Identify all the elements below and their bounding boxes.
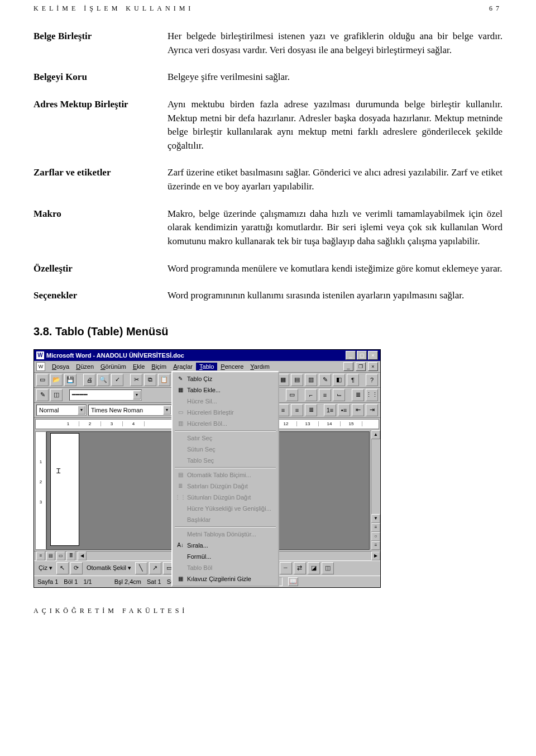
menu-item: ▤Otomatik Tablo Biçimi... (174, 469, 277, 481)
menu-item[interactable]: ▦Kılavuz Çizgilerini Gizle (174, 573, 277, 584)
menu-dosya[interactable]: Dosya (49, 363, 73, 370)
menu-item[interactable]: ✎Tablo Çiz (174, 373, 277, 384)
print-preview-icon[interactable]: 🔍 (97, 374, 109, 386)
minimize-button[interactable]: _ (346, 351, 356, 360)
menu-tablo[interactable]: Tablo (196, 363, 217, 370)
eraser-icon[interactable]: ◫ (50, 389, 63, 401)
distribute-rows-icon[interactable]: ≣ (352, 389, 364, 401)
align-right-icon[interactable]: ≡ (291, 404, 303, 416)
scroll-right-icon[interactable]: ▶ (371, 551, 380, 560)
outline-view-icon[interactable]: ≣ (66, 551, 75, 560)
align-justify-icon[interactable]: ≣ (305, 404, 317, 416)
menu-düzen[interactable]: Düzen (73, 363, 97, 370)
mdi-doc-icon[interactable]: W (36, 362, 45, 371)
menu-item-icon: ▦ (176, 574, 185, 583)
menu-item-label: Sütunları Düzgün Dağıt (187, 494, 251, 501)
columns-icon[interactable]: ▥ (305, 374, 317, 386)
menu-item: Hücre Sil... (174, 396, 277, 407)
shadow-icon[interactable]: ◪ (308, 562, 320, 574)
menu-item: Hücre Yüksekliği ve Genişliği... (174, 503, 277, 514)
menu-biçim[interactable]: Biçim (148, 363, 170, 370)
definition-desc: Aynı mektubu birden fazla adrese yazılma… (168, 98, 502, 153)
help-icon[interactable]: ? (366, 374, 378, 386)
menu-araçlar[interactable]: Araçlar (170, 363, 196, 370)
rotate-icon[interactable]: ⟳ (70, 562, 83, 574)
browse-object-icon[interactable]: ○ (371, 532, 380, 541)
distribute-cols-icon[interactable]: ⋮⋮ (366, 389, 378, 401)
doc-map-icon[interactable]: ◧ (333, 374, 345, 386)
merge-cells-icon[interactable]: ▭ (286, 389, 298, 401)
save-icon[interactable]: 💾 (64, 374, 76, 386)
ruler-tick: 3 (101, 421, 123, 426)
definition-term: Seçenekler (34, 289, 151, 303)
spellcheck-icon[interactable]: ✓ (111, 374, 123, 386)
dash-style-icon[interactable]: ┈ (280, 562, 292, 574)
draw-table-icon[interactable]: ✎ (36, 389, 49, 401)
status-section: Böl 1 (64, 578, 78, 585)
drawing-toggle-icon[interactable]: ✎ (319, 374, 331, 386)
vertical-ruler[interactable]: 123 (35, 431, 46, 550)
menu-item[interactable]: ▦Tablo Ekle... (174, 384, 277, 396)
menu-pencere[interactable]: Pencere (217, 363, 247, 370)
mdi-minimize-button[interactable]: _ (343, 362, 353, 371)
status-book-icon[interactable]: 📖 (288, 577, 298, 586)
running-head-text: KELİME İŞLEM KULLANIMI (34, 4, 194, 13)
prev-page-icon[interactable]: ≡ (371, 523, 380, 532)
mdi-close-button[interactable]: × (368, 362, 378, 371)
print-icon[interactable]: 🖨 (83, 374, 95, 386)
menu-item-label: Formül... (187, 553, 211, 560)
menu-separator (175, 526, 276, 527)
menu-görünüm[interactable]: Görünüm (97, 363, 130, 370)
menu-item-label: Başlıklar (187, 516, 210, 523)
new-doc-icon[interactable]: ▭ (36, 374, 49, 386)
arrow-tool-icon[interactable]: ↗ (149, 562, 161, 574)
numbered-list-icon[interactable]: 1≡ (324, 404, 336, 416)
maximize-button[interactable]: ▢ (357, 351, 367, 360)
page-number: 67 (489, 4, 502, 13)
mdi-restore-button[interactable]: ❐ (356, 362, 366, 371)
menu-item-icon: A↓ (176, 541, 185, 550)
line-style-combo[interactable]: ━━━━ (69, 389, 142, 401)
excel-icon[interactable]: ▤ (291, 374, 303, 386)
align-bottom-icon[interactable]: ⌙ (333, 389, 345, 401)
menu-item[interactable]: A↓Sırala... (174, 540, 277, 551)
menu-item: ▭Hücreleri Birleştir (174, 407, 277, 418)
menu-item-label: Sütun Seç (187, 446, 216, 453)
arrow-style-icon[interactable]: ⇄ (294, 562, 306, 574)
cut-icon[interactable]: ✂ (130, 374, 142, 386)
next-page-icon[interactable]: ≡ (371, 541, 380, 550)
scroll-left-icon[interactable]: ◀ (78, 551, 87, 560)
definition-row: MakroMakro, belge üzerinde çalışmamızı d… (34, 207, 502, 249)
close-button[interactable]: × (368, 351, 378, 360)
align-middle-icon[interactable]: ≡ (319, 389, 331, 401)
decrease-indent-icon[interactable]: ⇤ (352, 404, 364, 416)
style-combo[interactable]: Normal (36, 405, 87, 416)
page-surface[interactable]: Ꮖ (50, 433, 79, 546)
increase-indent-icon[interactable]: ⇥ (366, 404, 378, 416)
font-combo[interactable]: Times New Roman (88, 405, 172, 416)
weblayout-view-icon[interactable]: ▤ (46, 551, 55, 560)
word-window: W Microsoft Word - ANADOLU ÜNİVERSİTESİ.… (34, 349, 381, 588)
draw-menu-label[interactable]: Çiz ▾ (36, 563, 55, 573)
scroll-up-icon[interactable]: ▲ (371, 430, 380, 439)
3d-icon[interactable]: ◫ (322, 562, 334, 574)
menu-item-icon: ▥ (176, 419, 185, 428)
open-icon[interactable]: 📂 (50, 374, 63, 386)
copy-icon[interactable]: ⧉ (144, 374, 156, 386)
bulleted-list-icon[interactable]: •≡ (338, 404, 350, 416)
menu-yardım[interactable]: Yardım (247, 363, 273, 370)
menu-item: ▥Hücreleri Böl... (174, 418, 277, 429)
align-top-icon[interactable]: ⌐ (305, 389, 317, 401)
definition-desc: Word programınının kullanımı sırasında i… (168, 289, 502, 303)
paste-icon[interactable]: 📋 (158, 374, 170, 386)
pagelayout-view-icon[interactable]: ▭ (56, 551, 65, 560)
scroll-down-icon[interactable]: ▼ (371, 514, 380, 523)
autoshape-menu-label[interactable]: Otomatik Şekil ▾ (84, 563, 133, 573)
vertical-scrollbar[interactable]: ▲ ▼ ≡ ○ ≡ (371, 430, 380, 550)
line-tool-icon[interactable]: ╲ (135, 562, 147, 574)
menu-ekle[interactable]: Ekle (130, 363, 148, 370)
show-marks-icon[interactable]: ¶ (347, 374, 359, 386)
select-objects-icon[interactable]: ↖ (56, 562, 69, 574)
normal-view-icon[interactable]: ≡ (36, 551, 45, 560)
menu-item[interactable]: Formül... (174, 551, 277, 562)
